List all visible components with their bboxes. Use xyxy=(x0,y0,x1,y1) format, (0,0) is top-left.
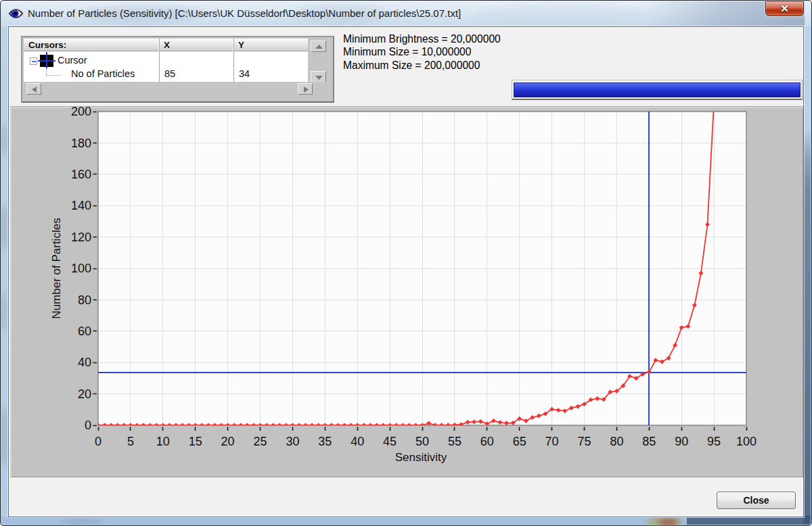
svg-text:Number of Particles: Number of Particles xyxy=(50,218,63,318)
svg-text:60: 60 xyxy=(78,325,91,338)
svg-text:45: 45 xyxy=(383,435,397,448)
svg-text:15: 15 xyxy=(189,435,202,448)
svg-text:Sensitivity: Sensitivity xyxy=(395,451,447,464)
svg-text:70: 70 xyxy=(545,435,559,448)
svg-text:35: 35 xyxy=(318,435,332,448)
svg-text:5: 5 xyxy=(127,435,134,448)
svg-text:95: 95 xyxy=(707,435,721,448)
svg-text:80: 80 xyxy=(78,293,91,307)
svg-text:25: 25 xyxy=(253,435,267,448)
svg-text:200: 200 xyxy=(71,107,91,118)
svg-text:20: 20 xyxy=(78,387,91,401)
svg-text:80: 80 xyxy=(610,435,623,448)
svg-text:30: 30 xyxy=(286,435,299,448)
svg-text:60: 60 xyxy=(480,435,494,448)
svg-text:85: 85 xyxy=(642,435,656,448)
svg-text:0: 0 xyxy=(85,419,91,432)
svg-text:90: 90 xyxy=(675,435,688,448)
svg-text:180: 180 xyxy=(71,137,91,150)
svg-text:160: 160 xyxy=(71,168,91,181)
svg-text:55: 55 xyxy=(448,435,461,448)
svg-text:0: 0 xyxy=(95,435,102,448)
svg-text:75: 75 xyxy=(577,435,591,448)
svg-text:65: 65 xyxy=(513,435,526,448)
svg-text:20: 20 xyxy=(221,435,235,448)
svg-text:10: 10 xyxy=(156,435,170,448)
svg-text:120: 120 xyxy=(71,231,91,244)
svg-text:100: 100 xyxy=(736,435,757,448)
svg-text:40: 40 xyxy=(351,435,364,448)
svg-text:140: 140 xyxy=(71,199,91,212)
svg-text:100: 100 xyxy=(71,262,91,275)
svg-text:50: 50 xyxy=(415,435,429,448)
svg-text:40: 40 xyxy=(78,356,91,369)
